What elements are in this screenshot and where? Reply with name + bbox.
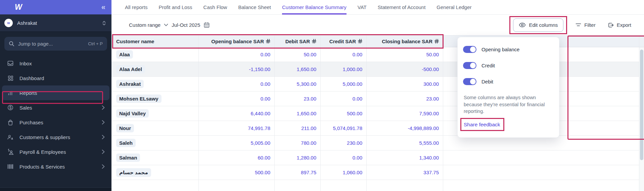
debit-value: 1,650.00 <box>275 106 321 121</box>
payroll-icon <box>7 148 14 155</box>
customer-name[interactable]: Mohsen ELsawy <box>116 94 162 103</box>
saudi-riyal-icon <box>266 39 270 44</box>
search-icon <box>9 41 14 47</box>
opening-balance-value: 0.00 <box>199 91 275 106</box>
closing-balance-value: -4,998,889.00 <box>367 121 443 135</box>
toggle-row-credit: Credit <box>463 62 552 69</box>
date-range-value[interactable]: Jul-Oct 2025 <box>172 22 200 28</box>
opening-balance-value: 5,005.00 <box>199 136 275 150</box>
wafeq-logo: W <box>15 3 22 12</box>
customer-name[interactable]: Nour <box>116 124 134 132</box>
account-name: Ashrakat <box>17 20 37 26</box>
opening-balance-value: 0.00 <box>199 77 275 91</box>
sidebar-item-customers-suppliers[interactable]: Customers & suppliers <box>0 130 111 144</box>
sidebar-item-label: Products & Services <box>19 164 65 170</box>
sidebar-item-label: Purchases <box>19 120 43 125</box>
filter-button[interactable]: Filter <box>576 22 595 28</box>
tab-customer-balance-summary[interactable]: Customer Balance Summary <box>282 0 347 14</box>
sidebar-nav: Inbox Dashboard Reports Sales <box>0 56 111 174</box>
tab-cash-flow[interactable]: Cash Flow <box>203 0 227 14</box>
sidebar-item-reports[interactable]: Reports <box>2 85 109 100</box>
sidebar: W « W Ashrakat Jump to page... Ctrl + P … <box>0 0 111 191</box>
jump-to-page-input[interactable]: Jump to page... Ctrl + P <box>4 37 107 51</box>
table-row[interactable]: Ashrakat 0.00 5,300.00 5,000.00 300.00 <box>111 77 644 91</box>
opening-balance-toggle[interactable] <box>463 46 476 53</box>
table-row[interactable]: Salman 60.00 1,280.00 0.00 1,340.00 <box>111 150 644 165</box>
sidebar-item-inbox[interactable]: Inbox <box>0 56 111 71</box>
sidebar-item-sales[interactable]: Sales <box>0 100 111 115</box>
tab-vat[interactable]: VAT <box>358 0 367 14</box>
credit-value: 0.00 <box>321 91 367 106</box>
inbox-icon <box>7 60 14 67</box>
tab-balance-sheet[interactable]: Balance Sheet <box>238 0 271 14</box>
edit-columns-label: Edit columns <box>529 22 558 28</box>
toggle-label: Opening balance <box>481 47 519 52</box>
column-header-opening-balance[interactable]: Opening balance SAR <box>199 36 275 47</box>
customer-name[interactable]: محمد حسام <box>116 168 151 177</box>
credit-toggle[interactable] <box>463 62 476 69</box>
opening-balance-value: 6,440.00 <box>199 106 275 121</box>
account-switcher[interactable]: W Ashrakat <box>0 14 111 32</box>
edit-columns-button[interactable]: Edit columns <box>513 18 563 32</box>
scrollbar-thumb[interactable] <box>640 50 643 160</box>
tab-all-reports[interactable]: All reports <box>125 0 148 14</box>
table-row[interactable]: Saleh 5,005.00 780.00 230.00 5,555.00 <box>111 136 644 150</box>
edit-columns-panel: Opening balance Credit Debit Some column… <box>457 37 559 138</box>
tab-general-ledger[interactable]: General Ledger <box>436 0 471 14</box>
table-row[interactable]: Alaa Adel -1,150.00 1,650.00 1,000.00 -5… <box>111 62 644 77</box>
debit-toggle[interactable] <box>463 78 476 85</box>
credit-value: 5,000.00 <box>321 77 367 91</box>
debit-value: 897.75 <box>275 165 321 180</box>
table-row[interactable]: محمد حسام 500.00 897.75 1,060.00 337.75 <box>111 165 644 180</box>
sidebar-item-label: Customers & suppliers <box>19 134 70 140</box>
customer-name[interactable]: Alaa <box>116 50 133 59</box>
column-header-debit[interactable]: Debit SAR <box>275 36 321 47</box>
sidebar-item-payroll-employees[interactable]: Payroll & Employees <box>0 144 111 159</box>
customer-name[interactable]: Salman <box>116 153 140 162</box>
customer-name[interactable]: Alaa Adel <box>116 65 145 73</box>
saudi-riyal-icon <box>434 39 439 44</box>
dashboard-icon <box>7 75 14 81</box>
share-feedback-link[interactable]: Share feedback <box>464 122 500 128</box>
table-row[interactable]: Mohsen ELsawy 0.00 23.00 0.00 23.00 <box>111 91 644 106</box>
vertical-scrollbar[interactable] <box>639 47 644 191</box>
calendar-icon[interactable] <box>203 22 210 28</box>
sidebar-item-dashboard[interactable]: Dashboard <box>0 71 111 85</box>
table-header-row: Customer name Opening balance SAR Debit … <box>111 35 644 47</box>
toggle-row-debit: Debit <box>463 78 552 85</box>
collapse-sidebar-icon[interactable]: « <box>101 4 105 11</box>
closing-balance-value: 7,590.00 <box>367 106 443 121</box>
table-row[interactable]: Alaa 0.00 50.00 0.00 50.00 <box>111 47 644 62</box>
custom-range-dropdown[interactable]: Custom range <box>129 22 160 28</box>
company-avatar: W <box>4 19 13 27</box>
opening-balance-value: 0.00 <box>199 47 275 62</box>
credit-value: 0.00 <box>321 150 367 165</box>
sidebar-item-purchases[interactable]: Purchases <box>0 115 111 130</box>
debit-value: 1,280.00 <box>275 150 321 165</box>
export-icon <box>608 22 614 28</box>
app-screen: W « W Ashrakat Jump to page... Ctrl + P … <box>0 0 644 191</box>
customer-name[interactable]: Ashrakat <box>116 80 144 88</box>
closing-balance-value: 300.00 <box>367 77 443 91</box>
chevron-down-icon[interactable] <box>164 23 168 26</box>
sidebar-item-products-services[interactable]: Products & Services <box>0 159 111 174</box>
tab-statement-of-account[interactable]: Statement of Account <box>378 0 426 14</box>
debit-value: 23.00 <box>275 91 321 106</box>
saudi-riyal-icon <box>358 39 362 44</box>
sidebar-topbar: W « <box>0 0 111 14</box>
column-header-closing-balance[interactable]: Closing balance SAR <box>367 36 443 47</box>
customer-name[interactable]: Saleh <box>116 139 136 147</box>
tab-profit-and-loss[interactable]: Profit and Loss <box>159 0 192 14</box>
closing-balance-value: 23.00 <box>367 91 443 106</box>
closing-balance-value: 1,340.00 <box>367 150 443 165</box>
column-header-customer-name[interactable]: Customer name <box>111 36 199 47</box>
table-row[interactable]: Nour 74,991.78 211.00 5,074,091.78 -4,99… <box>111 121 644 136</box>
column-header-credit[interactable]: Credit SAR <box>321 36 367 47</box>
reports-icon <box>7 89 14 96</box>
table-row[interactable]: Najd Valley 6,440.00 1,650.00 500.00 7,5… <box>111 106 644 121</box>
export-button[interactable]: Export <box>608 22 631 28</box>
credit-value: 1,000.00 <box>321 62 367 76</box>
credit-value: 0.00 <box>321 47 367 62</box>
customer-name[interactable]: Najd Valley <box>116 109 149 118</box>
search-placeholder: Jump to page... <box>18 41 53 47</box>
